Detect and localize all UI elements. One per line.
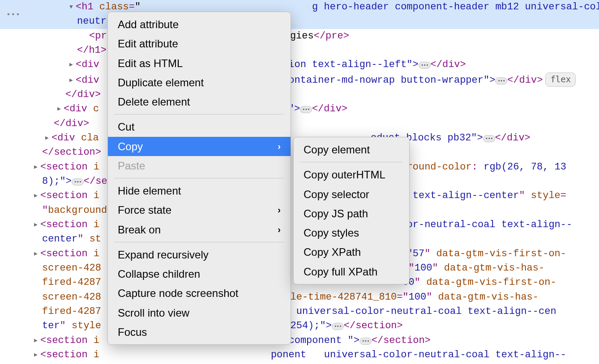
overflow-indicator[interactable]: ••• <box>6 10 21 21</box>
submenu-copy-outerhtml[interactable]: Copy outerHTML <box>294 165 409 184</box>
expand-toggle[interactable] <box>57 105 64 113</box>
selected-node-row[interactable]: <h1 class="xxxxxxxxxxxxxxxxxxxxxxxxxxxxx… <box>0 0 599 14</box>
dom-node[interactable]: </div> <box>0 88 599 102</box>
menu-capture-screenshot[interactable]: Capture node screenshot <box>108 284 291 303</box>
chevron-right-icon: › <box>278 223 281 236</box>
menu-separator <box>114 178 284 178</box>
dom-node[interactable]: screen-428xxxxxxxxxxxxxxxxxxxxxxxxxxxvis… <box>0 290 599 305</box>
dom-node[interactable]: <div cxxxxxxxxxxxxxxxxxxxxxxxxxxxxxer ">… <box>0 102 599 116</box>
expand-toggle[interactable] <box>34 220 40 229</box>
menu-separator <box>114 242 284 242</box>
menu-edit-attribute[interactable]: Edit attribute <box>108 34 291 53</box>
context-menu: Add attribute Edit attribute Edit as HTM… <box>107 12 291 345</box>
ellipsis-icon[interactable]: ••• <box>300 106 312 113</box>
menu-edit-as-html[interactable]: Edit as HTML <box>108 54 291 73</box>
ellipsis-icon[interactable]: ••• <box>359 338 372 345</box>
expand-toggle[interactable] <box>34 191 40 200</box>
menu-break-on[interactable]: Break on› <box>108 220 291 239</box>
ellipsis-icon[interactable]: ••• <box>419 62 431 69</box>
devtools-elements-panel: ••• <h1 class="xxxxxxxxxxxxxxxxxxxxxxxxx… <box>0 0 599 364</box>
expand-toggle[interactable] <box>34 351 40 359</box>
menu-collapse-children[interactable]: Collapse children <box>108 264 291 284</box>
dom-node[interactable]: <divxxxxxxxxxxxxxxxxxxxxxxxxxxxxxx-conta… <box>0 72 599 88</box>
dom-node[interactable]: </h1> <box>0 43 599 58</box>
dom-node[interactable]: fired-4287xxxxxxxxxxxxxxxxxxxxxxxxxxxent… <box>0 305 599 319</box>
expand-toggle[interactable] <box>34 163 40 171</box>
submenu-copy-selector[interactable]: Copy selector <box>294 185 409 204</box>
ellipsis-icon[interactable]: ••• <box>332 323 344 330</box>
dom-node[interactable]: <divxxxxxxxxxxxxxxxxxxxxxxxxxxxxxxption … <box>0 58 599 72</box>
expand-toggle[interactable] <box>69 76 76 85</box>
expand-toggle[interactable] <box>34 250 40 258</box>
copy-submenu: Copy element Copy outerHTML Copy selecto… <box>293 137 410 284</box>
chevron-right-icon: › <box>278 203 281 216</box>
ellipsis-icon[interactable]: ••• <box>72 178 84 186</box>
selected-node-row-cont[interactable]: neutr <box>0 14 599 29</box>
menu-separator <box>114 114 284 114</box>
menu-separator <box>300 162 403 162</box>
menu-delete-element[interactable]: Delete element <box>108 92 291 111</box>
dom-node[interactable]: <section ixxxxxxxxxxxxxxxxxxxxxxxxxxxxxp… <box>0 348 599 362</box>
menu-duplicate-element[interactable]: Duplicate element <box>108 73 291 92</box>
chevron-right-icon: › <box>278 140 281 153</box>
menu-hide-element[interactable]: Hide element <box>108 181 291 200</box>
menu-paste: Paste <box>108 156 291 175</box>
submenu-copy-js-path[interactable]: Copy JS path <box>294 204 409 223</box>
menu-expand-recursively[interactable]: Expand recursively <box>108 245 291 264</box>
menu-focus[interactable]: Focus <box>108 322 291 342</box>
submenu-copy-xpath[interactable]: Copy XPath <box>294 242 409 262</box>
expand-toggle[interactable] <box>69 3 76 11</box>
dom-node[interactable]: ter" stylexxxxxxxxxxxxxxxxxxxxxxxxxxxxxx… <box>0 319 599 333</box>
dom-node[interactable]: <prxxxxxxxxxxxxxxxxxxxxxxxxxxxxxoggies</… <box>0 29 599 43</box>
menu-scroll-into-view[interactable]: Scroll into view <box>108 303 291 322</box>
flex-badge[interactable]: flex <box>545 72 576 87</box>
submenu-copy-element[interactable]: Copy element <box>294 140 409 159</box>
expand-toggle[interactable] <box>69 60 76 69</box>
expand-toggle[interactable] <box>34 336 40 345</box>
dom-node[interactable]: center" sxxxxxxxxxxxxxxxxxxxxxxxxxxxxxxx… <box>0 362 599 364</box>
ellipsis-icon[interactable]: ••• <box>483 135 495 142</box>
menu-force-state[interactable]: Force state› <box>108 200 291 220</box>
menu-copy[interactable]: Copy› <box>108 137 291 156</box>
ellipsis-icon[interactable]: ••• <box>495 77 507 85</box>
submenu-copy-full-xpath[interactable]: Copy full XPath <box>294 262 409 281</box>
tag-h1: h1 <box>81 1 93 13</box>
expand-toggle[interactable] <box>45 134 51 142</box>
menu-cut[interactable]: Cut <box>108 117 291 136</box>
dom-node[interactable]: <section ixxxxxxxxxxxxxxxxxxxxxxxxxxxxxi… <box>0 334 599 348</box>
submenu-copy-styles[interactable]: Copy styles <box>294 223 409 242</box>
dom-node[interactable]: </div> <box>0 117 599 131</box>
menu-add-attribute[interactable]: Add attribute <box>108 15 291 34</box>
